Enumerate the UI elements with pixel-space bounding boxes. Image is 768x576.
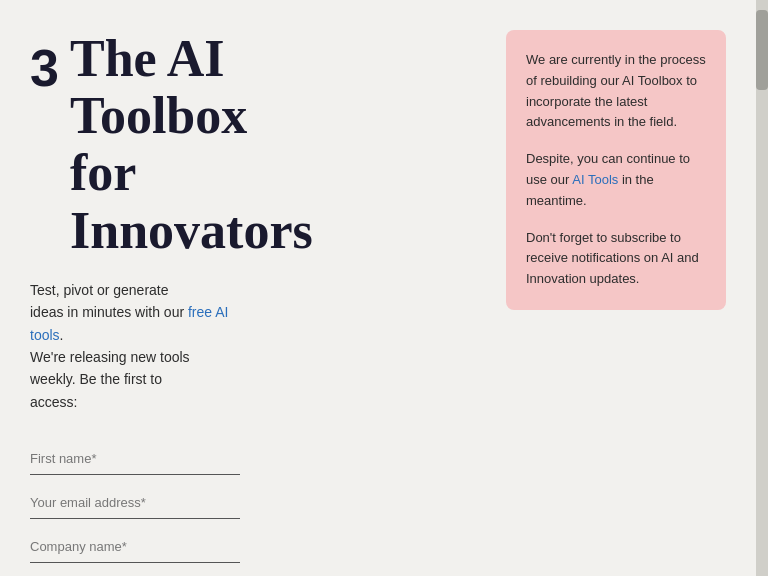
- left-section: 3 The AI Toolbox for Innovators Test, pi…: [30, 30, 476, 576]
- logo-title-row: 3 The AI Toolbox for Innovators: [30, 30, 476, 259]
- subtitle-text: Test, pivot or generate ideas in minutes…: [30, 279, 240, 413]
- logo-icon: 3: [30, 38, 60, 98]
- subtitle-line5: weekly. Be the first to: [30, 371, 162, 387]
- scrollbar-thumb[interactable]: [756, 10, 768, 90]
- notice-paragraph-1: We are currently in the process of rebui…: [526, 50, 706, 133]
- main-title: The AI Toolbox for Innovators: [70, 30, 313, 259]
- right-section: We are currently in the process of rebui…: [506, 30, 726, 576]
- ai-tools-link[interactable]: AI Tools: [572, 172, 618, 187]
- page-container: 3 The AI Toolbox for Innovators Test, pi…: [0, 0, 756, 576]
- notice-box: We are currently in the process of rebui…: [506, 30, 726, 310]
- notice-paragraph-2: Despite, you can continue to use our AI …: [526, 149, 706, 211]
- company-input[interactable]: [30, 531, 240, 563]
- notice-paragraph-3: Don't forget to subscribe to receive not…: [526, 228, 706, 290]
- email-input[interactable]: [30, 487, 240, 519]
- subtitle-line2: ideas in minutes with our: [30, 304, 184, 320]
- first-name-input[interactable]: [30, 443, 240, 475]
- subtitle-line6: access:: [30, 394, 77, 410]
- scrollbar[interactable]: [756, 0, 768, 576]
- subtitle-line1: Test, pivot or generate: [30, 282, 169, 298]
- svg-text:3: 3: [30, 39, 59, 97]
- form-section: Get Early Access: [30, 443, 240, 576]
- subtitle-line4: We're releasing new tools: [30, 349, 190, 365]
